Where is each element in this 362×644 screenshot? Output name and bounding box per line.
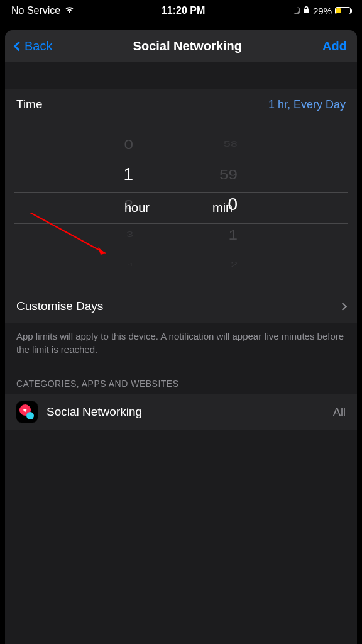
social-networking-icon: ♥ [16, 401, 38, 423]
time-label: Time [16, 97, 43, 111]
category-name: Social Networking [47, 405, 142, 419]
picker-value-selected: 1 [123, 159, 133, 189]
spacer [5, 62, 357, 89]
category-scope: All [333, 406, 346, 419]
page-title: Social Networking [133, 39, 242, 53]
back-button[interactable]: Back [15, 39, 52, 53]
customise-label: Customise Days [16, 299, 103, 313]
picker-value: 0 [124, 131, 133, 157]
battery-pct: 29% [313, 6, 332, 16]
picker-value: 4 [128, 258, 133, 270]
time-value: 1 hr, Every Day [268, 98, 346, 111]
status-bar: No Service 11:20 PM 29% [0, 0, 362, 20]
footer-text: App limits will apply to this device. A … [5, 323, 357, 367]
hour-unit: hour [124, 201, 150, 215]
picker-value: 1 [229, 222, 238, 248]
picker-value: 3 [126, 226, 133, 244]
chevron-left-icon [14, 42, 24, 52]
back-label: Back [25, 39, 52, 53]
picker-value: 2 [231, 256, 238, 274]
moon-icon [292, 6, 300, 16]
add-button[interactable]: Add [322, 39, 347, 53]
modal-sheet: Back Social Networking Add Time 1 hr, Ev… [5, 30, 357, 644]
carrier-label: No Service [11, 5, 60, 16]
wifi-icon [64, 5, 75, 16]
status-time: 11:20 PM [162, 5, 205, 16]
picker-value: 59 [219, 162, 238, 187]
section-header: CATEGORIES, APPS AND WEBSITES [5, 367, 357, 394]
lock-icon [303, 6, 310, 16]
category-row[interactable]: ♥ Social Networking All [5, 394, 357, 430]
picker-value: 58 [224, 135, 238, 153]
chevron-right-icon [339, 303, 347, 311]
battery-icon [335, 7, 351, 14]
customise-days-row[interactable]: Customise Days [5, 289, 357, 323]
time-row[interactable]: Time 1 hr, Every Day [5, 89, 357, 120]
nav-bar: Back Social Networking Add [5, 30, 357, 62]
min-unit: min [212, 201, 233, 215]
time-picker[interactable]: 0 1 2 3 4 57 58 59 0 1 2 3 hour min [5, 120, 357, 289]
